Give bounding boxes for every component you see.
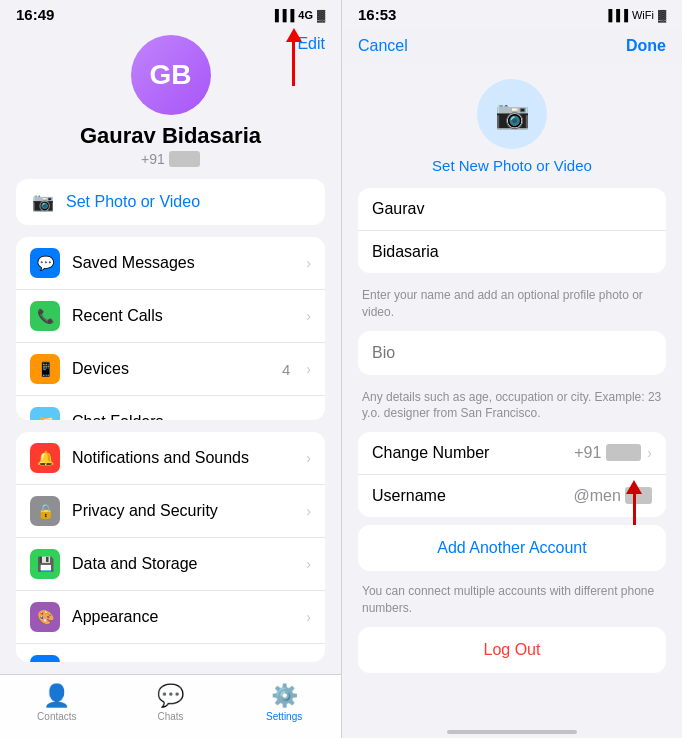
name-hint: Enter your name and add an optional prof… (358, 281, 666, 331)
camera-upload-button[interactable]: 📷 (477, 79, 547, 149)
right-wifi-icon: WiFi (632, 9, 654, 21)
data-storage-label: Data and Storage (72, 555, 294, 573)
chevron-icon: › (306, 414, 311, 420)
left-panel: 16:49 ▐▐▐ 4G ▓ Edit GB Gaurav Bidasaria … (0, 0, 341, 738)
done-button[interactable]: Done (626, 37, 666, 55)
tab-chats[interactable]: 💬 Chats (114, 683, 228, 722)
language-label: Language (72, 661, 233, 662)
battery-icon: ▓ (317, 9, 325, 21)
bio-form-card (358, 331, 666, 375)
right-nav: Cancel Done (342, 27, 682, 63)
first-name-input[interactable] (358, 188, 666, 231)
right-arrow-head (626, 480, 642, 494)
saved-messages-icon: 💬 (30, 248, 60, 278)
tab-contacts-label: Contacts (37, 711, 76, 722)
right-content: 📷 Set New Photo or Video Enter your name… (342, 63, 682, 724)
number-blurred (606, 444, 642, 461)
right-panel: 16:53 ▐▐▐ WiFi ▓ Cancel Done 📷 Set New P… (341, 0, 682, 738)
avatar: GB (131, 35, 211, 115)
camera-icon: 📷 (32, 191, 54, 213)
username-label: Username (372, 487, 574, 505)
menu-item-chat-folders[interactable]: 📁 Chat Folders › (16, 396, 325, 420)
right-signal-icon: ▐▐▐ (605, 9, 628, 21)
menu-item-notifications[interactable]: 🔔 Notifications and Sounds › (16, 432, 325, 485)
signal-icon: ▐▐▐ (271, 9, 294, 21)
chevron-icon: › (306, 255, 311, 271)
chevron-icon: › (306, 556, 311, 572)
right-status-bar: 16:53 ▐▐▐ WiFi ▓ (342, 0, 682, 27)
network-icon: 4G (298, 9, 313, 21)
change-number-value: +91 (574, 444, 641, 462)
notifications-icon: 🔔 (30, 443, 60, 473)
chevron-icon: › (306, 503, 311, 519)
right-time: 16:53 (358, 6, 396, 23)
right-battery-icon: ▓ (658, 9, 666, 21)
menu-item-saved-messages[interactable]: 💬 Saved Messages › (16, 237, 325, 290)
tab-settings-label: Settings (266, 711, 302, 722)
arrow-head (286, 28, 302, 42)
profile-header: Edit GB Gaurav Bidasaria +91 (0, 27, 341, 179)
bio-hint: Any details such as age, occupation or c… (358, 383, 666, 433)
change-number-row[interactable]: Change Number +91 › (358, 432, 666, 475)
menu-item-language[interactable]: 🌐 Language English › (16, 644, 325, 662)
right-status-icons: ▐▐▐ WiFi ▓ (605, 9, 666, 21)
recent-calls-icon: 📞 (30, 301, 60, 331)
language-icon: 🌐 (30, 655, 60, 662)
change-number-label: Change Number (372, 444, 574, 462)
devices-label: Devices (72, 360, 270, 378)
username-row[interactable]: Username @men (358, 475, 666, 517)
left-status-icons: ▐▐▐ 4G ▓ (271, 9, 325, 21)
privacy-label: Privacy and Security (72, 502, 294, 520)
name-form-card (358, 188, 666, 273)
home-indicator (447, 730, 577, 734)
tab-bar: 👤 Contacts 💬 Chats ⚙️ Settings (0, 674, 341, 738)
set-photo-label: Set Photo or Video (66, 193, 200, 211)
appearance-icon: 🎨 (30, 602, 60, 632)
privacy-icon: 🔒 (30, 496, 60, 526)
avatar-initials: GB (150, 59, 192, 91)
set-new-photo-label[interactable]: Set New Photo or Video (358, 157, 666, 174)
bio-input[interactable] (358, 331, 666, 375)
menu-item-data-storage[interactable]: 💾 Data and Storage › (16, 538, 325, 591)
logout-button[interactable]: Log Out (358, 627, 666, 673)
saved-messages-label: Saved Messages (72, 254, 294, 272)
menu-item-privacy[interactable]: 🔒 Privacy and Security › (16, 485, 325, 538)
devices-icon: 📱 (30, 354, 60, 384)
set-photo-button[interactable]: 📷 Set Photo or Video (16, 179, 325, 225)
recent-calls-label: Recent Calls (72, 307, 294, 325)
tab-contacts[interactable]: 👤 Contacts (0, 683, 114, 722)
phone-blurred (169, 151, 200, 167)
camera-icon: 📷 (495, 98, 530, 131)
menu-item-appearance[interactable]: 🎨 Appearance › (16, 591, 325, 644)
devices-badge: 4 (282, 361, 290, 378)
profile-phone: +91 (141, 151, 200, 167)
add-account-container: Add Another Account (358, 525, 666, 571)
tab-settings[interactable]: ⚙️ Settings (227, 683, 341, 722)
chevron-icon: › (306, 361, 311, 377)
settings-icon: ⚙️ (271, 683, 298, 709)
menu-section-2: 🔔 Notifications and Sounds › 🔒 Privacy a… (16, 432, 325, 662)
chevron-icon: › (647, 445, 652, 461)
chevron-icon: › (306, 450, 311, 466)
contacts-icon: 👤 (43, 683, 70, 709)
cancel-button[interactable]: Cancel (358, 37, 408, 55)
notifications-label: Notifications and Sounds (72, 449, 294, 467)
add-account-button[interactable]: Add Another Account (358, 525, 666, 571)
left-time: 16:49 (16, 6, 54, 23)
chat-folders-label: Chat Folders (72, 413, 294, 420)
arrow-shaft (292, 41, 295, 86)
data-storage-icon: 💾 (30, 549, 60, 579)
account-hint: You can connect multiple accounts with d… (358, 579, 666, 627)
chat-folders-icon: 📁 (30, 407, 60, 420)
appearance-label: Appearance (72, 608, 294, 626)
left-status-bar: 16:49 ▐▐▐ 4G ▓ (0, 0, 341, 27)
menu-section-1: 💬 Saved Messages › 📞 Recent Calls › 📱 De… (16, 237, 325, 420)
menu-item-recent-calls[interactable]: 📞 Recent Calls › (16, 290, 325, 343)
profile-name: Gaurav Bidasaria (80, 123, 261, 149)
menu-item-devices[interactable]: 📱 Devices 4 › (16, 343, 325, 396)
chats-icon: 💬 (157, 683, 184, 709)
chevron-icon: › (306, 308, 311, 324)
chevron-icon: › (306, 609, 311, 625)
last-name-input[interactable] (358, 231, 666, 273)
account-info-card: Change Number +91 › Username @men (358, 432, 666, 517)
